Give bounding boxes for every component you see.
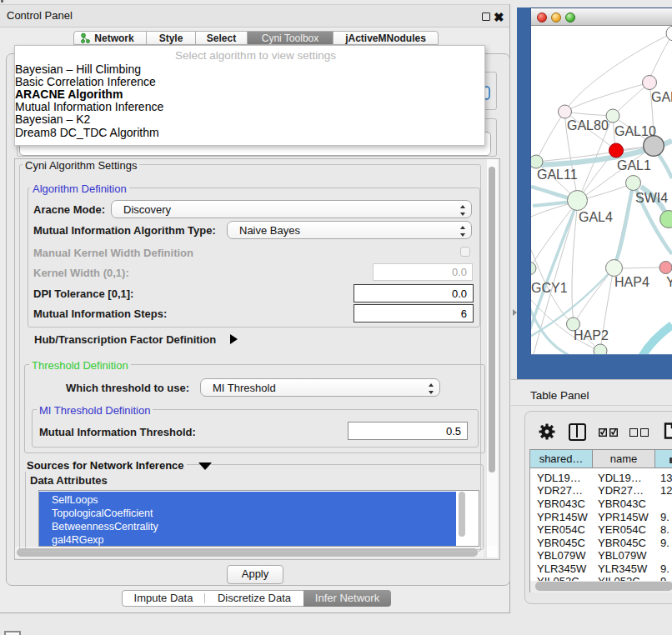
- svg-text:GAL10: GAL10: [614, 124, 656, 138]
- svg-text:SWI4: SWI4: [635, 191, 668, 205]
- svg-text:GAL7: GAL7: [651, 90, 672, 104]
- svg-text:HAP4: HAP4: [614, 275, 649, 289]
- svg-text:GCY1: GCY1: [531, 281, 568, 295]
- svg-text:HAP2: HAP2: [574, 328, 609, 342]
- svg-text:Y: Y: [666, 275, 672, 289]
- svg-text:GAL11: GAL11: [537, 168, 578, 182]
- svg-text:GAL80: GAL80: [567, 118, 609, 132]
- svg-text:GAL4: GAL4: [579, 210, 613, 224]
- svg-text:GAL1: GAL1: [617, 158, 651, 172]
